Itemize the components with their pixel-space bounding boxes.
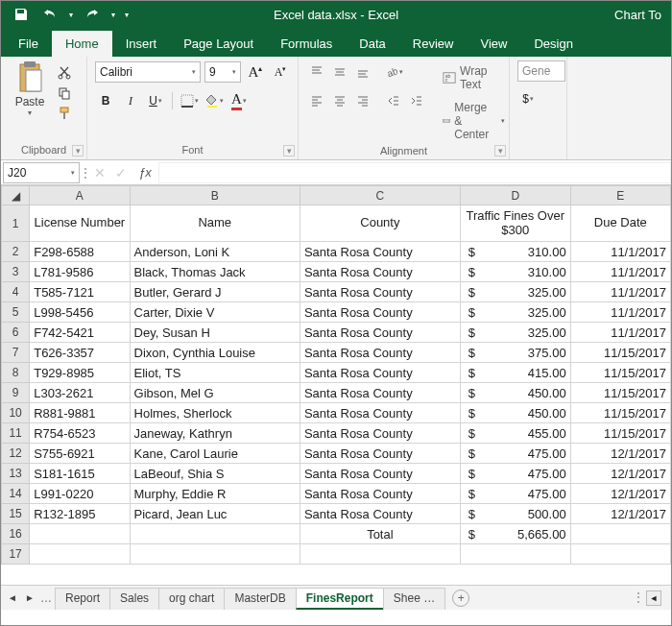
cell-fine[interactable]: $450.00 — [460, 403, 570, 423]
cell-name[interactable]: Butler, Gerard J — [130, 282, 300, 302]
cell-license[interactable]: T626-3357 — [30, 343, 130, 363]
tab-page-layout[interactable]: Page Layout — [170, 31, 267, 57]
cell-fine[interactable]: $475.00 — [460, 484, 570, 504]
cell-license[interactable]: R132-1895 — [30, 504, 130, 524]
row-header[interactable]: 8 — [2, 363, 30, 383]
cell-license[interactable]: T585-7121 — [30, 282, 130, 302]
hscroll-left-button[interactable]: ◄ — [646, 590, 661, 606]
accounting-format-button[interactable]: $▾ — [517, 88, 539, 109]
row-header[interactable]: 5 — [2, 302, 30, 323]
cell-license[interactable]: S181-1615 — [30, 464, 130, 484]
sheet-tab[interactable]: Shee … — [383, 588, 445, 610]
sheet-tab[interactable]: Sales — [109, 588, 159, 610]
cell-name[interactable]: Picard, Jean Luc — [130, 504, 300, 524]
cell-duedate[interactable]: 11/1/2017 — [570, 282, 670, 302]
cell-county[interactable]: Santa Rosa County — [300, 464, 460, 484]
cell-fine[interactable]: $310.00 — [460, 242, 570, 262]
cell-fine[interactable]: $455.00 — [460, 423, 570, 444]
font-launcher[interactable]: ▾ — [283, 145, 295, 156]
fill-color-button[interactable]: ▾ — [204, 90, 225, 111]
formula-bar-input[interactable] — [158, 162, 671, 183]
row-header[interactable]: 16 — [2, 524, 30, 544]
row-header[interactable]: 13 — [2, 464, 30, 484]
cell[interactable] — [130, 544, 300, 565]
cell-county[interactable]: Santa Rosa County — [300, 302, 460, 323]
cell-license[interactable]: F742-5421 — [30, 323, 130, 343]
cell[interactable] — [30, 544, 130, 565]
cell-duedate[interactable]: 11/1/2017 — [570, 242, 670, 262]
sheet-nav-prev[interactable]: ◄ — [5, 592, 20, 603]
font-size-dropdown[interactable]: 9▾ — [204, 61, 241, 83]
header-cell[interactable]: License Number — [30, 205, 130, 242]
formula-cancel-button[interactable]: ✕ — [89, 165, 110, 181]
cell-license[interactable]: F298-6588 — [30, 242, 130, 262]
cell-name[interactable]: Carter, Dixie V — [130, 302, 300, 323]
cell-name[interactable]: Janeway, Kathryn — [130, 423, 300, 444]
cell-county[interactable]: Santa Rosa County — [300, 444, 460, 464]
cell-county[interactable]: Santa Rosa County — [300, 423, 460, 444]
paste-button[interactable]: Paste ▾ — [9, 60, 51, 117]
cell-county[interactable]: Santa Rosa County — [300, 504, 460, 524]
cell-fine[interactable]: $475.00 — [460, 444, 570, 464]
redo-button[interactable] — [80, 3, 105, 26]
cell-county[interactable]: Santa Rosa County — [300, 323, 460, 343]
cell-name[interactable]: LaBeouf, Shia S — [130, 464, 300, 484]
cell-fine[interactable]: $500.00 — [460, 504, 570, 524]
sheet-tab[interactable]: MasterDB — [224, 588, 296, 610]
cell-duedate[interactable]: 11/15/2017 — [570, 383, 670, 403]
worksheet-grid[interactable]: ◢ A B C D E 1License NumberNameCountyTra… — [1, 185, 671, 585]
cell-duedate[interactable]: 12/1/2017 — [570, 504, 670, 524]
cell-license[interactable]: L991-0220 — [30, 484, 130, 504]
cell-license[interactable]: L781-9586 — [30, 262, 130, 282]
cell[interactable] — [300, 544, 460, 565]
save-button[interactable] — [9, 3, 34, 26]
cell-duedate[interactable]: 11/1/2017 — [570, 323, 670, 343]
tab-home[interactable]: Home — [52, 31, 112, 57]
wrap-text-button[interactable]: abc Wrap Text — [437, 62, 511, 93]
cell[interactable] — [570, 544, 670, 565]
clipboard-launcher[interactable]: ▾ — [72, 145, 84, 156]
cell-fine[interactable]: $310.00 — [460, 262, 570, 282]
cell-name[interactable]: Anderson, Loni K — [130, 242, 300, 262]
sheet-tab[interactable]: FinesReport — [296, 588, 384, 610]
orientation-button[interactable]: ab▾ — [383, 61, 404, 83]
cell-license[interactable]: T929-8985 — [30, 363, 130, 383]
header-cell[interactable]: County — [300, 205, 460, 242]
alignment-launcher[interactable]: ▾ — [494, 145, 506, 156]
cell-duedate[interactable]: 11/15/2017 — [570, 423, 670, 444]
row-header[interactable]: 14 — [2, 484, 30, 504]
borders-button[interactable]: ▾ — [179, 90, 200, 111]
tab-review[interactable]: Review — [399, 31, 468, 57]
merge-center-button[interactable]: Merge & Center ▾ — [437, 99, 511, 143]
tab-insert[interactable]: Insert — [112, 31, 171, 57]
cell-license[interactable]: L303-2621 — [30, 383, 130, 403]
cell[interactable] — [570, 524, 670, 544]
cell-county[interactable]: Santa Rosa County — [300, 363, 460, 383]
cell-name[interactable]: Gibson, Mel G — [130, 383, 300, 403]
tab-view[interactable]: View — [467, 31, 520, 57]
bold-button[interactable]: B — [95, 90, 116, 111]
cell-county[interactable]: Santa Rosa County — [300, 484, 460, 504]
row-header[interactable]: 3 — [2, 262, 30, 282]
cell-fine[interactable]: $325.00 — [460, 323, 570, 343]
cell-duedate[interactable]: 12/1/2017 — [570, 484, 670, 504]
cell-name[interactable]: Dixon, Cynthia Louise — [130, 343, 300, 363]
cell-fine[interactable]: $325.00 — [460, 302, 570, 323]
tab-formulas[interactable]: Formulas — [267, 31, 346, 57]
select-all-button[interactable]: ◢ — [2, 186, 30, 205]
cell-total-label[interactable]: Total — [300, 524, 460, 544]
cell[interactable] — [30, 524, 130, 544]
formula-enter-button[interactable]: ✓ — [110, 165, 132, 181]
increase-indent-button[interactable] — [406, 90, 427, 111]
cell-county[interactable]: Santa Rosa County — [300, 262, 460, 282]
cell-county[interactable]: Santa Rosa County — [300, 282, 460, 302]
cut-button[interactable] — [55, 64, 74, 82]
tab-data[interactable]: Data — [346, 31, 398, 57]
cell-total-value[interactable]: $5,665.00 — [460, 524, 570, 544]
header-cell[interactable]: Due Date — [570, 205, 670, 242]
align-left-button[interactable] — [306, 90, 327, 111]
column-header-B[interactable]: B — [130, 186, 300, 205]
cell-fine[interactable]: $415.00 — [460, 363, 570, 383]
row-header[interactable]: 6 — [2, 323, 30, 343]
cell-duedate[interactable]: 11/15/2017 — [570, 343, 670, 363]
